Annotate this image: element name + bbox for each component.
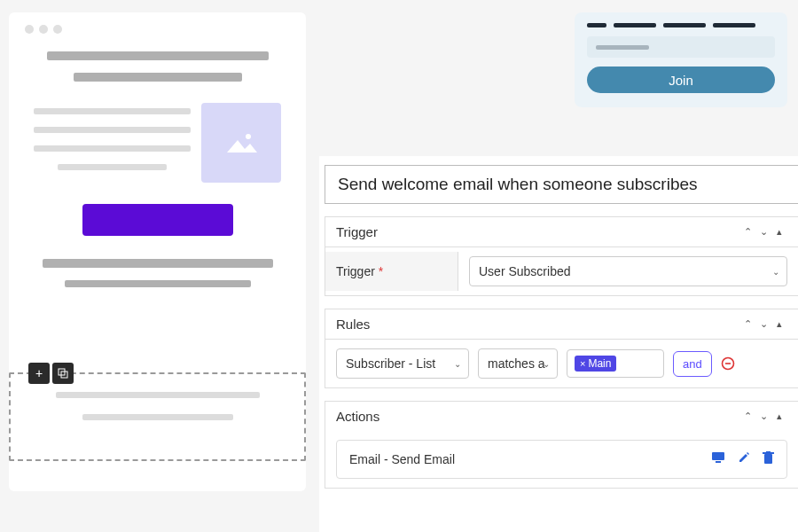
editor-drop-zone[interactable]: + — [9, 372, 306, 461]
email-field-placeholder — [587, 36, 775, 58]
chevron-up-icon[interactable]: ⌃ — [739, 318, 755, 330]
trigger-select[interactable]: User Subscribed⌄ — [469, 256, 787, 286]
trigger-section-header[interactable]: Trigger ⌃ ⌄ ▴ — [325, 217, 798, 247]
preview-icon[interactable] — [711, 451, 725, 467]
window-dots — [25, 25, 281, 34]
section-heading: Trigger — [336, 224, 378, 239]
chevron-down-icon: ⌄ — [543, 359, 550, 369]
placeholder-line — [34, 145, 191, 152]
chevron-down-icon[interactable]: ⌄ — [755, 318, 771, 330]
automation-panel: Send welcome email when someone subscrib… — [319, 156, 798, 532]
add-block-button[interactable]: + — [28, 363, 50, 384]
chevron-down-icon: ⌄ — [454, 359, 461, 369]
action-label: Email - Send Email — [349, 452, 455, 466]
image-placeholder-icon — [201, 103, 281, 183]
actions-section: Actions ⌃ ⌄ ▴ Email - Send Email — [325, 401, 798, 489]
placeholder-line — [82, 414, 233, 420]
trigger-section: Trigger ⌃ ⌄ ▴ Trigger * User Subscribed⌄ — [325, 216, 798, 296]
placeholder-line — [34, 108, 191, 114]
chevron-down-icon[interactable]: ⌄ — [755, 411, 771, 422]
rule-operator-select[interactable]: matches a⌄ — [478, 348, 558, 379]
remove-tag-icon[interactable]: × — [580, 358, 585, 369]
svg-rect-9 — [766, 451, 771, 453]
rule-field-select[interactable]: Subscriber - List⌄ — [336, 348, 469, 379]
caret-up-icon[interactable]: ▴ — [771, 411, 787, 422]
svg-point-0 — [246, 134, 251, 139]
join-button[interactable]: Join — [587, 66, 775, 93]
rule-value-input[interactable]: ×Main — [567, 349, 664, 378]
tag-chip[interactable]: ×Main — [575, 356, 616, 372]
placeholder-line — [34, 127, 191, 133]
chevron-down-icon[interactable]: ⌄ — [755, 226, 771, 238]
chevron-up-icon[interactable]: ⌃ — [739, 226, 755, 238]
placeholder-line — [56, 392, 260, 398]
cta-button-placeholder — [82, 204, 233, 236]
svg-rect-7 — [764, 454, 772, 464]
automation-title-input[interactable]: Send welcome email when someone subscrib… — [325, 165, 798, 204]
placeholder-line — [47, 51, 269, 60]
subscribe-form-preview: Join — [575, 12, 787, 107]
edit-icon[interactable] — [738, 451, 750, 467]
svg-rect-5 — [712, 452, 724, 460]
add-and-condition-button[interactable]: and — [673, 351, 712, 377]
placeholder-line — [65, 280, 251, 287]
action-item: Email - Send Email — [336, 440, 787, 479]
section-heading: Actions — [336, 409, 379, 424]
placeholder-line — [74, 73, 242, 82]
duplicate-block-button[interactable] — [52, 363, 74, 384]
rules-section: Rules ⌃ ⌄ ▴ Subscriber - List⌄ matches a… — [325, 309, 798, 388]
svg-rect-6 — [716, 461, 721, 463]
rules-section-header[interactable]: Rules ⌃ ⌄ ▴ — [325, 309, 798, 340]
form-heading-placeholder — [587, 23, 775, 27]
caret-up-icon[interactable]: ▴ — [771, 318, 787, 330]
section-heading: Rules — [336, 317, 370, 332]
placeholder-line — [43, 259, 273, 268]
chevron-down-icon: ⌄ — [772, 267, 779, 277]
remove-rule-icon[interactable] — [721, 356, 735, 371]
placeholder-line — [58, 164, 168, 170]
actions-section-header[interactable]: Actions ⌃ ⌄ ▴ — [325, 402, 798, 431]
trigger-field-label: Trigger * — [325, 252, 458, 291]
caret-up-icon[interactable]: ▴ — [771, 226, 787, 238]
delete-icon[interactable] — [763, 451, 774, 467]
chevron-up-icon[interactable]: ⌃ — [739, 411, 755, 422]
